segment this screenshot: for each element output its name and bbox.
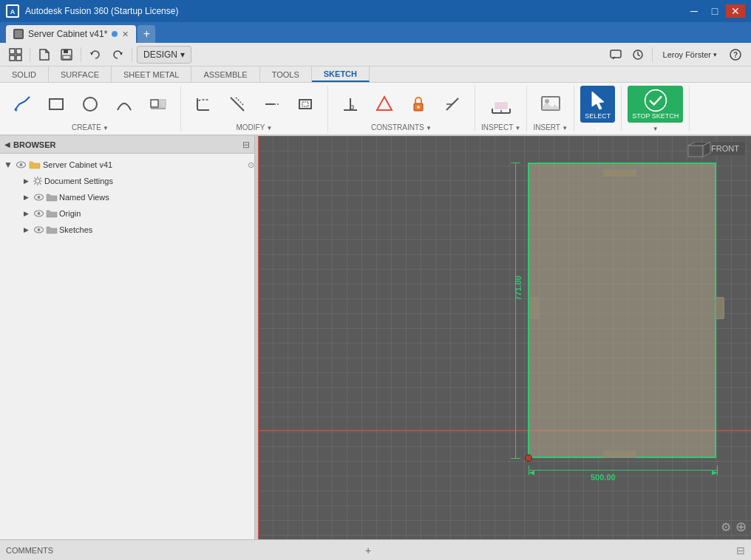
- named-views-eye-icon[interactable]: [33, 192, 44, 202]
- constraints-tri-button[interactable]: [368, 89, 401, 119]
- browser-item-named-views[interactable]: ▶ Named Views: [0, 189, 254, 205]
- tab-solid[interactable]: SOLID: [0, 66, 49, 82]
- maximize-button[interactable]: □: [705, 4, 724, 18]
- compass-icon[interactable]: ⊕: [735, 519, 747, 535]
- svg-marker-43: [592, 92, 604, 109]
- image-icon: [539, 92, 563, 116]
- create-poly-button[interactable]: [142, 89, 174, 119]
- ribbon-group-select: SELECT: [574, 86, 622, 132]
- create-arc-button[interactable]: [108, 89, 140, 119]
- tab-sketch[interactable]: SKETCH: [312, 66, 370, 82]
- browser-item-origin[interactable]: ▶ Origin: [0, 205, 254, 222]
- svg-point-46: [19, 163, 22, 166]
- save-button[interactable]: [57, 45, 76, 64]
- tab-assemble[interactable]: ASSEMBLE: [191, 66, 259, 82]
- constraints-group-label: CONSTRAINTS: [371, 122, 432, 132]
- dim-left-arrow: [529, 468, 536, 478]
- browser-item-sketches[interactable]: ▶ Sketches: [0, 222, 254, 238]
- comment-button[interactable]: [606, 45, 625, 64]
- insert-image-button[interactable]: [534, 89, 567, 119]
- svg-point-18: [84, 98, 97, 111]
- svg-point-33: [417, 106, 420, 109]
- settings-gear-icon[interactable]: ⚙: [721, 520, 731, 534]
- title-bar: A Autodesk Fusion 360 (Startup License) …: [0, 0, 751, 22]
- close-button[interactable]: ✕: [726, 4, 745, 18]
- stop-sketch-button[interactable]: STOP SKETCH: [628, 86, 683, 123]
- dim-bottom-tick: [511, 458, 520, 459]
- modify-fillet-button[interactable]: [187, 89, 220, 119]
- help-button[interactable]: ?: [726, 45, 745, 64]
- svg-rect-19: [151, 100, 158, 107]
- modify-trim-button[interactable]: [221, 89, 254, 119]
- canvas-area[interactable]: 500.00 771.00 FRONT ⚙ ⊕: [258, 136, 751, 539]
- new-tab-button[interactable]: +: [137, 25, 155, 43]
- insert-group-label: INSERT: [533, 122, 568, 132]
- user-label: Leroy Förster: [663, 50, 711, 59]
- doc-settings-arrow[interactable]: ▶: [21, 176, 31, 186]
- svg-rect-12: [611, 50, 621, 58]
- tab-close-button[interactable]: ✕: [122, 30, 129, 39]
- insert-buttons: [534, 86, 567, 122]
- origin-arrow[interactable]: ▶: [21, 208, 31, 219]
- history-button[interactable]: [628, 45, 648, 64]
- module-tabs: SOLID SURFACE SHEET METAL ASSEMBLE TOOLS…: [0, 66, 751, 83]
- status-bar: COMMENTS + ⊟: [0, 539, 751, 560]
- panel-resize-icon[interactable]: ⊟: [736, 544, 745, 556]
- svg-rect-9: [63, 55, 70, 59]
- browser-root-item[interactable]: ▼ Server Cabinet v41 ⊙: [0, 157, 254, 173]
- add-comment-button[interactable]: +: [365, 544, 371, 556]
- modify-offset-button[interactable]: [289, 89, 322, 119]
- root-eye-icon[interactable]: [15, 159, 27, 171]
- y-axis-line: [258, 136, 259, 539]
- root-expand-arrow[interactable]: ▼: [3, 160, 13, 170]
- nav-controls: ⚙ ⊕: [721, 519, 747, 535]
- undo-button[interactable]: [86, 45, 105, 64]
- named-views-folder-icon: [46, 192, 58, 202]
- design-workspace-button[interactable]: DESIGN ▾: [137, 46, 191, 64]
- height-dimension-label: 771.00: [514, 276, 523, 301]
- browser-pin-icon[interactable]: ⊟: [242, 140, 250, 150]
- tab-sheet-metal[interactable]: SHEET METAL: [112, 66, 191, 82]
- grid-button[interactable]: [6, 45, 25, 64]
- document-tab[interactable]: Server Cabinet v41* ✕: [6, 25, 136, 43]
- svg-rect-40: [495, 103, 507, 109]
- named-views-arrow[interactable]: ▶: [21, 192, 31, 202]
- redo-button[interactable]: [108, 45, 127, 64]
- svg-marker-10: [90, 52, 93, 55]
- app-icon: A: [6, 4, 19, 18]
- stop-sketch-icon: [644, 89, 667, 112]
- svg-text:?: ?: [733, 51, 738, 59]
- browser-collapse-arrow[interactable]: ◀: [4, 140, 10, 148]
- constraints-slash-button[interactable]: [436, 89, 469, 119]
- browser-content: ▼ Server Cabinet v41 ⊙ ▶: [0, 154, 254, 539]
- inspect-measure-button[interactable]: [485, 89, 517, 119]
- svg-marker-11: [120, 52, 123, 55]
- create-line-button[interactable]: [6, 89, 38, 119]
- create-circle-button[interactable]: [74, 89, 106, 119]
- sketches-folder-icon: [46, 225, 58, 235]
- user-button[interactable]: Leroy Förster ▾: [657, 45, 723, 64]
- root-folder-icon: [28, 159, 41, 171]
- app-title: Autodesk Fusion 360 (Startup License): [25, 6, 679, 16]
- sketch-rectangle: [528, 163, 716, 458]
- origin-folder-icon: [46, 208, 58, 219]
- tab-tools[interactable]: TOOLS: [260, 66, 312, 82]
- browser-item-document-settings[interactable]: ▶ Document Settings: [0, 173, 254, 189]
- minimize-button[interactable]: ─: [684, 4, 704, 18]
- constraints-perp-button[interactable]: [334, 89, 367, 119]
- constraints-lock-button[interactable]: [402, 89, 435, 119]
- file-button[interactable]: [35, 45, 54, 64]
- line-icon: [10, 92, 34, 116]
- tab-surface[interactable]: SURFACE: [49, 66, 112, 82]
- create-rect-button[interactable]: [40, 89, 72, 119]
- browser-panel: ◀ BROWSER ⊟ ▼ Server Cabinet v41 ⊙ ▶: [0, 136, 255, 539]
- select-button[interactable]: SELECT: [580, 86, 615, 123]
- sketches-eye-icon[interactable]: [33, 225, 44, 235]
- root-dot-icon[interactable]: ⊙: [248, 160, 254, 170]
- svg-rect-56: [688, 146, 703, 157]
- sketches-arrow[interactable]: ▶: [21, 225, 31, 235]
- modify-extend-button[interactable]: [255, 89, 288, 119]
- hardware-left: [530, 297, 539, 319]
- browser-header: ◀ BROWSER ⊟: [0, 136, 254, 154]
- origin-eye-icon[interactable]: [33, 208, 44, 219]
